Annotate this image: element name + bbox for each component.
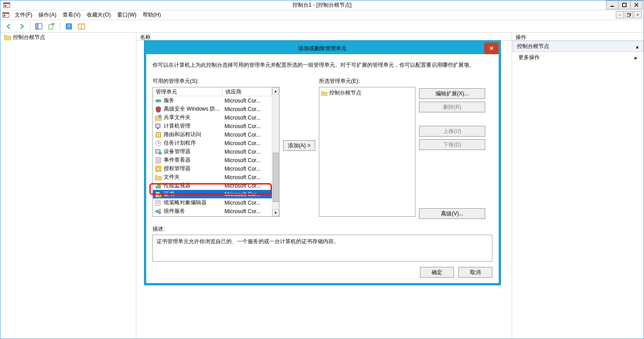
- snapin-icon: [155, 174, 162, 181]
- svg-rect-9: [4, 15, 5, 17]
- snapin-icon: [155, 106, 162, 113]
- svg-rect-14: [49, 25, 53, 29]
- dialog-title: 添加或删除管理单元: [298, 45, 347, 52]
- snapin-name: 组策略对象编辑器: [164, 199, 225, 206]
- tree-pane: 控制台根节点: [0, 33, 136, 339]
- actions-section[interactable]: 控制台根节点 ▴: [512, 41, 644, 52]
- snapin-vendor: Microsoft Cor...: [225, 191, 272, 197]
- add-button[interactable]: 添加(A) >: [283, 140, 315, 151]
- snapin-row[interactable]: 路由和远程访问Microsoft Cor...: [153, 130, 272, 139]
- dialog-footer: 确定 取消: [153, 267, 492, 278]
- available-listbox[interactable]: 管理单元 供应商 服务Microsoft Cor...高级安全 Windows …: [153, 87, 280, 217]
- move-up-button[interactable]: 上移(U): [419, 126, 485, 137]
- snapin-row[interactable]: ✶证书Microsoft Cor...: [153, 190, 272, 198]
- svg-rect-13: [36, 24, 38, 29]
- svg-point-38: [157, 167, 160, 170]
- menu-view[interactable]: 查看(V): [60, 10, 83, 20]
- scroll-track[interactable]: [272, 94, 279, 209]
- chevron-right-icon: ▸: [635, 55, 637, 61]
- available-scrollbar[interactable]: ▴ ▾: [272, 87, 279, 216]
- snapin-row[interactable]: 文件夹Microsoft Cor...: [153, 173, 272, 181]
- snapin-row[interactable]: 组策略对象编辑器Microsoft Cor...: [153, 198, 272, 207]
- back-button[interactable]: [4, 21, 14, 31]
- snapin-row[interactable]: 组件服务Microsoft Cor...: [153, 207, 272, 215]
- menu-window[interactable]: 窗口(W): [114, 10, 139, 20]
- snapin-row[interactable]: 高级安全 Windows 防...Microsoft Cor...: [153, 105, 272, 113]
- selected-label: 所选管理单元(E):: [319, 77, 415, 85]
- svg-rect-23: [156, 124, 160, 128]
- export-button[interactable]: [47, 21, 56, 31]
- advanced-button[interactable]: 高级(V)...: [419, 208, 485, 219]
- minimize-button[interactable]: [606, 0, 619, 9]
- snapin-icon: ✶: [155, 191, 162, 198]
- selected-root-item[interactable]: 控制台根节点: [321, 89, 413, 97]
- snapin-row[interactable]: 计算机管理Microsoft Cor...: [153, 122, 272, 130]
- menu-action[interactable]: 操作(A): [36, 10, 59, 20]
- snapin-row[interactable]: 授权管理器Microsoft Cor...: [153, 164, 272, 173]
- dialog-close-button[interactable]: ✕: [484, 43, 499, 54]
- snapin-icon: [155, 182, 162, 189]
- show-hide-tree-button[interactable]: [34, 21, 44, 31]
- svg-rect-18: [78, 24, 85, 25]
- tile-button[interactable]: [76, 21, 86, 31]
- menu-fav[interactable]: 收藏夹(O): [84, 10, 113, 20]
- snapin-icon: [155, 140, 162, 147]
- snapin-name: 组件服务: [164, 207, 225, 215]
- more-actions-item[interactable]: 更多操作 ▸: [512, 52, 644, 63]
- delete-button[interactable]: 删除(R): [419, 102, 485, 112]
- snapin-row[interactable]: 事件查看器Microsoft Cor...: [153, 156, 272, 164]
- tree-root-item[interactable]: 控制台根节点: [0, 33, 136, 42]
- toolbar: ?: [0, 20, 644, 33]
- snapin-row[interactable]: 设备管理器Microsoft Cor...: [153, 147, 272, 156]
- snapin-dialog: 添加或删除管理单元 ✕ 你可以在计算机上为此控制台选择可用的管理单元并配置所选的…: [144, 41, 500, 285]
- doc-icon: [2, 12, 9, 19]
- snapin-name: 计算机管理: [164, 122, 225, 130]
- snapin-row[interactable]: 性能监视器Microsoft Cor...: [153, 181, 272, 190]
- snapin-name: 共享文件夹: [164, 114, 225, 121]
- collapse-icon: ▴: [636, 43, 639, 50]
- move-down-button[interactable]: 下移(D): [419, 139, 485, 150]
- scroll-down-button[interactable]: ▾: [272, 209, 279, 216]
- snapin-name: 路由和远程访问: [164, 131, 225, 138]
- snapin-row[interactable]: 服务Microsoft Cor...: [153, 96, 272, 105]
- column-name[interactable]: 名称: [136, 33, 512, 41]
- actions-pane: 操作 控制台根节点 ▴ 更多操作 ▸: [512, 33, 644, 339]
- svg-rect-40: [157, 185, 159, 189]
- snapin-name: 任务计划程序: [164, 139, 225, 147]
- snapin-name: 文件夹: [164, 173, 225, 181]
- more-actions-label: 更多操作: [518, 54, 540, 61]
- selected-listbox[interactable]: 控制台根节点: [319, 87, 415, 217]
- header-vendor[interactable]: 供应商: [223, 87, 272, 96]
- close-button[interactable]: [630, 0, 643, 9]
- snapin-name: 设备管理器: [164, 148, 225, 155]
- svg-point-20: [156, 99, 158, 102]
- maximize-button[interactable]: [618, 0, 631, 9]
- snapin-row[interactable]: 共享文件夹Microsoft Cor...: [153, 113, 272, 122]
- snapin-icon: [155, 199, 162, 206]
- help-button[interactable]: ?: [64, 21, 74, 31]
- ok-button[interactable]: 确定: [420, 267, 454, 278]
- snapin-name: 服务: [164, 97, 225, 104]
- scroll-up-button[interactable]: ▴: [272, 87, 279, 94]
- actions-header: 操作: [512, 33, 644, 41]
- menu-help[interactable]: 帮助(H): [140, 10, 164, 20]
- scroll-thumb[interactable]: [273, 153, 279, 202]
- forward-button[interactable]: [17, 21, 26, 31]
- cancel-button[interactable]: 取消: [458, 267, 492, 278]
- available-headers: 管理单元 供应商: [153, 87, 272, 96]
- svg-rect-4: [623, 3, 626, 7]
- edit-extensions-button[interactable]: 编辑扩展(X)...: [419, 88, 485, 99]
- svg-rect-41: [159, 184, 161, 189]
- mdi-restore[interactable]: [625, 11, 633, 18]
- content-area: 控制台根节点 名称 添加或删除管理单元 ✕ 你可以在计算机上为此控制台选择可用的…: [0, 33, 644, 339]
- snapin-vendor: Microsoft Cor...: [225, 166, 272, 172]
- menu-file[interactable]: 文件(F): [12, 10, 35, 20]
- snapin-vendor: Microsoft Cor...: [225, 115, 272, 121]
- svg-point-21: [158, 99, 161, 102]
- snapin-row[interactable]: 任务计划程序Microsoft Cor...: [153, 139, 272, 147]
- description-label: 描述:: [153, 225, 492, 233]
- snapin-vendor: Microsoft Cor...: [225, 98, 272, 104]
- header-snapin[interactable]: 管理单元: [153, 87, 223, 96]
- mdi-minimize[interactable]: –: [616, 11, 624, 18]
- mdi-close[interactable]: ×: [634, 11, 642, 18]
